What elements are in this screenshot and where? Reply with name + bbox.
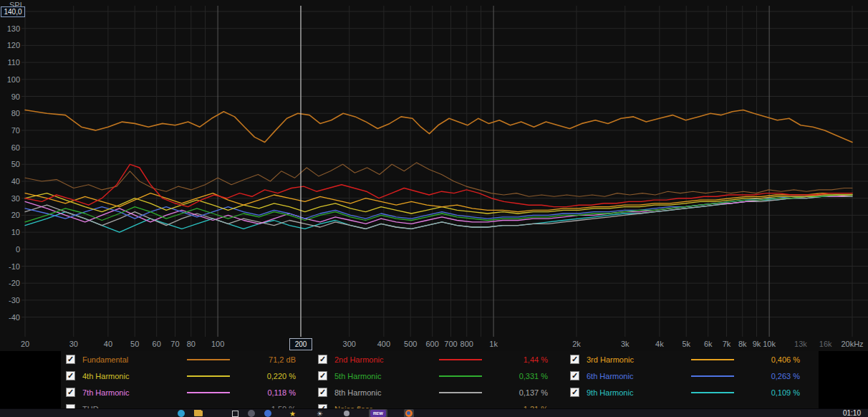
trace-swatch-3rd-harmonic: [691, 359, 734, 360]
distortion-legend: ✓Fundamental71,2 dB✓2nd Harmonic1,44 %✓3…: [61, 351, 819, 408]
x-tick-label: 2k: [572, 340, 581, 348]
legend-row: THD1,50 %✓Noise floor1,21 %: [61, 401, 819, 408]
legend-label-7th-harmonic: 7th Harmonic: [82, 388, 187, 397]
checkbox-2nd-harmonic[interactable]: ✓: [318, 355, 327, 364]
y-tick-label: 40: [11, 177, 20, 186]
checkbox-6th-harmonic[interactable]: ✓: [570, 371, 579, 380]
legend-row: ✓Fundamental71,2 dB✓2nd Harmonic1,44 %✓3…: [61, 351, 819, 368]
app-icon-blue[interactable]: [263, 409, 273, 417]
legend-value-3rd-harmonic: 0,406 %: [751, 355, 800, 364]
firefox-icon[interactable]: [404, 409, 414, 417]
app-icon-small-glyph: [344, 411, 349, 416]
app-icon-small[interactable]: [342, 409, 351, 417]
x-tick-label: 10k: [763, 340, 776, 348]
rew-app-icon[interactable]: REW: [369, 409, 387, 417]
checkbox-3rd-harmonic[interactable]: ✓: [570, 355, 579, 364]
app-icon-teal-glyph: [178, 410, 185, 417]
app-icon-window-glyph: [232, 411, 238, 417]
legend-label-5th-harmonic: 5th Harmonic: [334, 372, 439, 380]
app-icon-window[interactable]: [231, 409, 240, 417]
spl-distortion-chart[interactable]: 1301201101009080706050403020100-10-20-30…: [0, 0, 868, 351]
legend-value-6th-harmonic: 0,263 %: [751, 372, 800, 380]
x-tick-label: 40: [104, 340, 112, 348]
legend-value-5th-harmonic: 0,331 %: [499, 372, 548, 380]
legend-item-5th-harmonic: ✓5th Harmonic0,331 %: [313, 368, 565, 384]
x-tick-label: 16k: [819, 340, 832, 348]
trace-noise-floor: [25, 163, 852, 196]
checkbox-fundamental[interactable]: ✓: [66, 355, 75, 364]
x-tick-label: 20: [21, 340, 29, 348]
y-tick-label: 90: [11, 92, 20, 101]
app-icon-sun-glyph: ☀: [317, 410, 323, 417]
app-icon-star[interactable]: ★: [288, 409, 297, 417]
x-tick-label: 5k: [682, 340, 690, 348]
y-tick-label: -20: [9, 279, 20, 287]
y-tick-label: 50: [11, 160, 20, 168]
trace-swatch-2nd-harmonic: [439, 359, 482, 360]
legend-value-fundamental: 71,2 dB: [247, 355, 296, 364]
x-tick-label: 400: [377, 340, 390, 348]
y-tick-label: 70: [11, 126, 20, 135]
cursor-frequency-box[interactable]: 200: [289, 338, 312, 350]
x-tick-label: 30: [69, 340, 78, 348]
app-icon-sun[interactable]: ☀: [315, 409, 324, 417]
taskbar-icons: ★☀REW: [176, 409, 420, 417]
y-tick-label: 20: [11, 211, 20, 219]
checkbox-9th-harmonic[interactable]: ✓: [570, 388, 579, 397]
y-tick-label: -40: [9, 313, 20, 322]
x-tick-label: 800: [460, 340, 473, 348]
x-tick-label: 7k: [723, 340, 731, 348]
legend-label-8th-harmonic: 8th Harmonic: [334, 388, 439, 397]
legend-value-2nd-harmonic: 1,44 %: [499, 355, 548, 364]
legend-row: ✓7th Harmonic0,118 %✓8th Harmonic0,137 %…: [61, 384, 819, 401]
legend-label-2nd-harmonic: 2nd Harmonic: [334, 355, 439, 364]
legend-label-3rd-harmonic: 3rd Harmonic: [587, 355, 691, 364]
chart-canvas[interactable]: 1301201101009080706050403020100-10-20-30…: [0, 0, 868, 351]
x-tick-label: 4k: [655, 340, 664, 348]
trace-swatch-5th-harmonic: [439, 375, 482, 377]
legend-item-8th-harmonic: ✓8th Harmonic0,137 %: [313, 384, 565, 401]
y-tick-label: 80: [11, 109, 20, 118]
legend-item-4th-harmonic: ✓4th Harmonic0,220 %: [61, 368, 313, 384]
x-tick-label: 1k: [489, 340, 498, 348]
x-tick-label: 60: [153, 340, 161, 348]
legend-item-thd: THD1,50 %: [61, 401, 313, 408]
x-tick-label: 50: [130, 340, 139, 348]
file-explorer-icon-glyph: [194, 411, 203, 416]
legend-item-2nd-harmonic: ✓2nd Harmonic1,44 %: [313, 351, 565, 368]
rew-spl-window: 1301201101009080706050403020100-10-20-30…: [0, 0, 868, 417]
trace-swatch-7th-harmonic: [187, 392, 230, 393]
checkbox-4th-harmonic[interactable]: ✓: [66, 371, 75, 380]
y-tick-label: 60: [11, 143, 20, 152]
legend-value-7th-harmonic: 0,118 %: [247, 388, 296, 397]
legend-label-4th-harmonic: 4th Harmonic: [82, 372, 187, 380]
y-tick-label: 120: [7, 41, 20, 49]
taskbar-clock[interactable]: 01:10: [843, 409, 861, 417]
y-tick-label: 10: [11, 228, 20, 236]
checkbox-7th-harmonic[interactable]: ✓: [66, 388, 75, 397]
app-icon-blue-glyph: [264, 410, 271, 417]
legend-item-9th-harmonic: ✓9th Harmonic0,109 %: [565, 384, 817, 401]
y-tick-label: 0: [16, 245, 20, 254]
x-tick-label: 6k: [704, 340, 713, 348]
app-icon-teal[interactable]: [176, 409, 186, 417]
legend-value-4th-harmonic: 0,220 %: [247, 372, 296, 380]
y-axis-max-field[interactable]: 140,0: [1, 6, 25, 17]
file-explorer-icon[interactable]: [193, 409, 204, 417]
app-icon-star-glyph: ★: [289, 410, 296, 417]
legend-item-noise-floor: ✓Noise floor1,21 %: [313, 401, 565, 408]
legend-row: ✓4th Harmonic0,220 %✓5th Harmonic0,331 %…: [61, 368, 819, 384]
x-tick-label: 100: [211, 340, 224, 348]
x-tick-label: 3k: [621, 340, 630, 348]
trace-swatch-4th-harmonic: [187, 375, 230, 377]
app-icon-steam-glyph: [248, 410, 255, 417]
legend-item-6th-harmonic: ✓6th Harmonic0,263 %: [565, 368, 817, 384]
x-tick-label: 300: [343, 340, 356, 348]
firefox-icon-glyph: [405, 410, 413, 417]
y-tick-label: -30: [9, 296, 20, 305]
legend-item-3rd-harmonic: ✓3rd Harmonic0,406 %: [565, 351, 817, 368]
y-tick-label: 130: [7, 24, 20, 33]
checkbox-8th-harmonic[interactable]: ✓: [318, 388, 327, 397]
app-icon-steam[interactable]: [246, 409, 256, 417]
checkbox-5th-harmonic[interactable]: ✓: [318, 371, 327, 380]
